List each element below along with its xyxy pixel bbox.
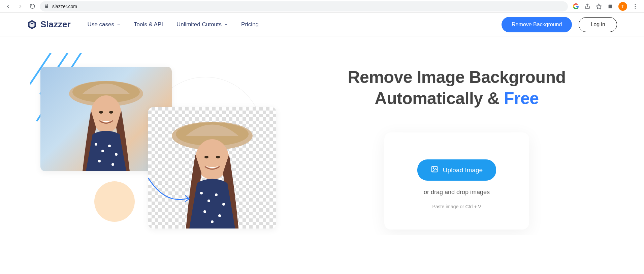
svg-point-12	[108, 145, 111, 147]
svg-point-23	[215, 193, 218, 196]
decoration-circle-icon	[94, 181, 135, 222]
address-bar[interactable]: slazzer.com	[40, 1, 568, 11]
svg-point-27	[211, 220, 214, 223]
extensions-icon[interactable]	[607, 3, 614, 10]
browser-actions: T	[571, 2, 641, 11]
svg-rect-0	[609, 4, 612, 8]
upload-image-button[interactable]: Upload Image	[417, 159, 496, 181]
remove-background-button[interactable]: Remove Background	[502, 17, 572, 32]
nav-label: Unlimited Cutouts	[176, 21, 222, 28]
header-actions: Remove Background Log in	[502, 17, 617, 32]
login-button[interactable]: Log in	[579, 17, 617, 32]
nav-pricing[interactable]: Pricing	[241, 21, 259, 28]
browser-toolbar: slazzer.com T	[0, 0, 644, 13]
svg-point-17	[109, 111, 113, 114]
url-text: slazzer.com	[52, 4, 77, 9]
kebab-menu-icon[interactable]	[632, 3, 639, 10]
nav-use-cases[interactable]: Use cases	[88, 21, 120, 28]
svg-point-14	[98, 160, 101, 162]
svg-point-16	[99, 111, 103, 114]
site-header: Slazzer Use cases Tools & API Unlimited …	[0, 13, 644, 36]
hero-illustration	[27, 67, 283, 235]
main-nav: Use cases Tools & API Unlimited Cutouts …	[88, 21, 259, 28]
svg-point-26	[218, 214, 221, 217]
svg-point-11	[101, 150, 104, 152]
svg-point-1	[635, 4, 636, 5]
lock-icon	[44, 4, 49, 9]
svg-point-25	[203, 210, 206, 213]
upload-card[interactable]: Upload Image or drag and drop images Pas…	[384, 132, 529, 230]
svg-point-22	[207, 200, 210, 202]
svg-point-15	[111, 163, 114, 166]
chevron-down-icon	[117, 23, 120, 26]
svg-point-10	[95, 143, 97, 146]
svg-point-28	[204, 156, 208, 158]
brand-name: Slazzer	[40, 19, 71, 30]
svg-point-21	[200, 192, 203, 194]
hero-title-free: Free	[504, 89, 539, 108]
back-button[interactable]	[3, 2, 13, 11]
nav-unlimited-cutouts[interactable]: Unlimited Cutouts	[176, 21, 228, 28]
person-illustration-icon	[59, 67, 153, 171]
nav-label: Tools & API	[134, 21, 163, 28]
google-icon[interactable]	[573, 3, 579, 10]
hero-title-line2a: Automatically &	[375, 89, 504, 108]
svg-point-13	[115, 153, 118, 156]
chevron-down-icon	[224, 23, 228, 26]
brand-logo[interactable]: Slazzer	[27, 19, 71, 30]
svg-point-2	[635, 6, 636, 7]
arrow-swoop-icon	[145, 175, 195, 212]
logo-mark-icon	[27, 20, 37, 30]
share-icon[interactable]	[584, 3, 591, 10]
svg-point-3	[635, 7, 636, 8]
nav-tools-api[interactable]: Tools & API	[134, 21, 163, 28]
nav-label: Use cases	[88, 21, 114, 28]
image-icon	[431, 165, 438, 175]
forward-button[interactable]	[15, 2, 25, 11]
hero-title: Remove Image Background Automatically & …	[348, 67, 566, 109]
star-icon[interactable]	[595, 3, 602, 10]
svg-point-29	[216, 156, 220, 158]
svg-point-24	[222, 203, 225, 206]
upload-button-label: Upload Image	[443, 166, 483, 174]
hero-content: Remove Image Background Automatically & …	[296, 67, 617, 235]
nav-label: Pricing	[241, 21, 259, 28]
hero-section: Remove Image Background Automatically & …	[0, 36, 644, 235]
paste-hint-text: Paste image or Ctrl + V	[432, 204, 481, 209]
reload-button[interactable]	[28, 2, 37, 11]
hero-title-line1: Remove Image Background	[348, 68, 566, 87]
svg-point-31	[433, 168, 434, 169]
drag-drop-text: or drag and drop images	[424, 189, 490, 196]
profile-avatar[interactable]: T	[618, 2, 627, 11]
